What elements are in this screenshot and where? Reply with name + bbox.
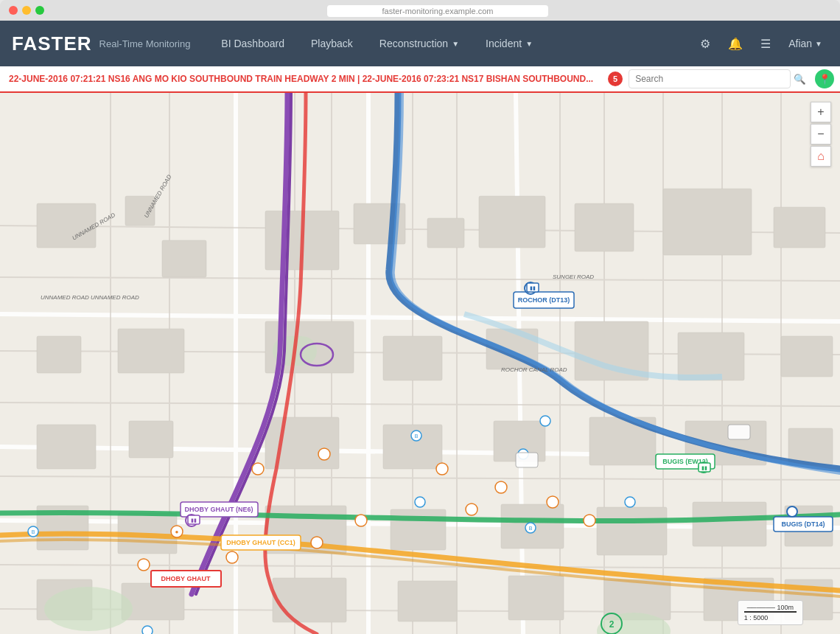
brand-subtitle: Real-Time Monitoring: [99, 38, 191, 49]
svg-rect-41: [678, 332, 744, 380]
nav-label-incident: Incident: [486, 38, 522, 49]
svg-point-123: [318, 448, 330, 460]
alert-ticker: 22-JUNE-2016 07:21:21 NS16 ANG MO KIO SO…: [0, 66, 840, 93]
svg-text:SUNGEI ROAD: SUNGEI ROAD: [553, 274, 594, 280]
nav-item-bi-dashboard[interactable]: BI Dashboard: [208, 21, 298, 66]
minimize-button[interactable]: [22, 6, 31, 15]
svg-point-97: [540, 416, 550, 426]
reconstruction-dropdown-arrow: ▼: [452, 40, 459, 48]
layers-icon[interactable]: ☰: [755, 31, 777, 57]
svg-rect-32: [575, 203, 634, 251]
svg-rect-61: [273, 578, 346, 622]
map-controls: + − ⌂: [811, 102, 831, 167]
url-bar[interactable]: faster-monitoring.example.com: [327, 5, 548, 17]
scale-bar-label: ────── 100m: [744, 604, 797, 613]
nav-label-bi-dashboard: BI Dashboard: [221, 38, 284, 49]
svg-text:DHOBY GHAUT: DHOBY GHAUT: [161, 575, 211, 582]
svg-rect-43: [37, 425, 96, 469]
nav-item-playback[interactable]: Playback: [298, 21, 366, 66]
settings-icon[interactable]: ⚙: [694, 31, 716, 57]
svg-rect-31: [479, 196, 545, 248]
svg-text:▮▮: ▮▮: [191, 518, 197, 523]
svg-rect-46: [383, 425, 442, 469]
nav-icons: ⚙ 🔔 ☰ Afian ▼: [694, 31, 828, 57]
nav-item-reconstruction[interactable]: Reconstruction ▼: [366, 21, 472, 66]
ticker-text: 22-JUNE-2016 07:21:21 NS16 ANG MO KIO SO…: [0, 74, 602, 84]
scale-bar: ────── 100m 1 : 5000: [738, 600, 803, 625]
svg-text:B: B: [415, 433, 419, 439]
svg-rect-54: [391, 509, 446, 550]
brand-name: FASTER: [12, 32, 92, 55]
svg-point-118: [466, 504, 477, 515]
svg-rect-27: [162, 240, 206, 277]
svg-rect-36: [118, 329, 184, 373]
map-pin-button[interactable]: 📍: [815, 69, 834, 88]
svg-point-124: [138, 559, 150, 571]
svg-rect-25: [37, 203, 96, 248]
search-button[interactable]: 🔍: [791, 74, 809, 85]
svg-point-120: [547, 496, 559, 508]
svg-point-116: [355, 515, 367, 526]
svg-rect-35: [37, 336, 81, 373]
svg-rect-126: [516, 453, 538, 467]
svg-rect-56: [597, 507, 667, 555]
svg-rect-44: [129, 421, 173, 458]
svg-rect-63: [508, 576, 564, 620]
map-svg: ROCHOR (DT13) 🚌 BUGIS (EW12) BUGIS (DT14…: [0, 93, 840, 634]
svg-rect-42: [781, 336, 833, 377]
nav-label-reconstruction: Reconstruction: [379, 38, 448, 49]
svg-rect-38: [383, 336, 442, 380]
svg-point-122: [252, 463, 264, 475]
alert-icon[interactable]: 🔔: [722, 31, 749, 57]
svg-rect-34: [774, 207, 825, 248]
svg-rect-30: [427, 218, 464, 248]
user-dropdown-arrow: ▼: [815, 40, 822, 48]
maximize-button[interactable]: [35, 6, 44, 15]
user-name: Afian: [788, 38, 812, 49]
close-button[interactable]: [9, 6, 18, 15]
svg-rect-62: [398, 581, 457, 621]
svg-text:BUGIS (DT14): BUGIS (DT14): [781, 520, 825, 528]
search-input[interactable]: [629, 69, 791, 88]
ticker-right: 🔍 📍: [623, 69, 840, 88]
svg-point-119: [495, 481, 507, 493]
svg-point-79: [787, 506, 797, 517]
map-container[interactable]: ROCHOR (DT13) 🚌 BUGIS (EW12) BUGIS (DT14…: [0, 93, 840, 634]
svg-point-114: [226, 551, 238, 563]
svg-point-67: [44, 587, 133, 631]
nav-item-incident[interactable]: Incident ▼: [472, 21, 546, 66]
svg-text:B: B: [32, 529, 35, 534]
svg-rect-125: [728, 425, 750, 439]
svg-text:▮▮: ▮▮: [530, 285, 536, 290]
home-button[interactable]: ⌂: [811, 146, 831, 167]
nav-items: BI Dashboard Playback Reconstruction ▼ I…: [208, 21, 694, 66]
nav-label-playback: Playback: [311, 38, 353, 49]
incident-dropdown-arrow: ▼: [525, 40, 533, 48]
svg-text:DHOBY GHAUT (NE6): DHOBY GHAUT (NE6): [185, 506, 253, 513]
url-bar-container: faster-monitoring.example.com: [44, 4, 831, 17]
svg-text:●: ●: [175, 529, 179, 535]
ticker-count[interactable]: 5: [608, 72, 623, 86]
window-buttons: [9, 6, 44, 15]
svg-rect-33: [663, 189, 752, 255]
zoom-in-button[interactable]: +: [811, 102, 831, 122]
svg-text:B: B: [529, 526, 533, 531]
zoom-out-button[interactable]: −: [811, 124, 831, 144]
svg-text:ROCHOR (DT13): ROCHOR (DT13): [518, 296, 570, 304]
svg-text:ROCHOR CANAL ROAD: ROCHOR CANAL ROAD: [501, 366, 567, 373]
svg-point-115: [311, 537, 323, 548]
user-menu[interactable]: Afian ▼: [783, 38, 828, 49]
svg-text:UNNAMED ROAD UNNAMED ROAD: UNNAMED ROAD UNNAMED ROAD: [41, 294, 139, 301]
svg-rect-57: [693, 502, 766, 546]
scale-ratio: 1 : 5000: [744, 614, 797, 621]
svg-point-92: [142, 626, 153, 634]
window-chrome: faster-monitoring.example.com: [0, 0, 840, 21]
navbar: FASTER Real-Time Monitoring BI Dashboard…: [0, 21, 840, 66]
brand: FASTER Real-Time Monitoring: [12, 32, 190, 55]
svg-point-117: [436, 463, 448, 475]
svg-text:▮▮: ▮▮: [701, 465, 707, 470]
svg-text:DHOBY GHAUT (CC1): DHOBY GHAUT (CC1): [226, 539, 295, 546]
svg-text:2: 2: [609, 619, 615, 630]
svg-point-98: [625, 497, 635, 507]
svg-point-94: [415, 497, 425, 507]
